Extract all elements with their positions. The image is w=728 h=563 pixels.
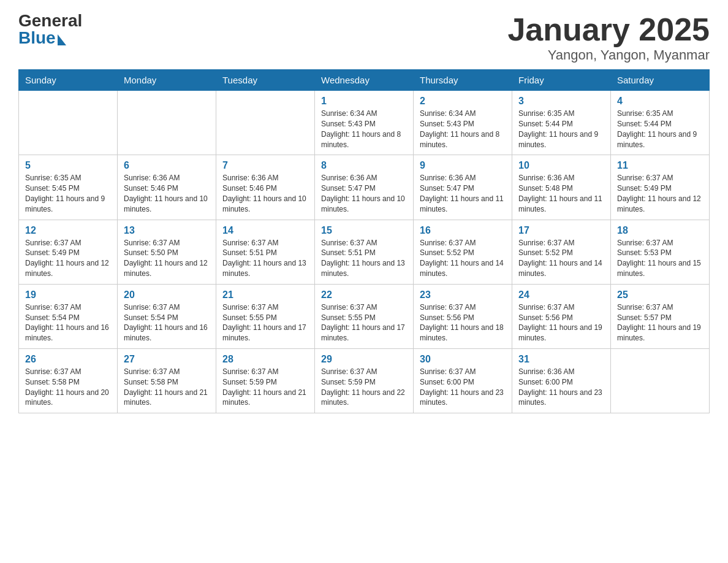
calendar-cell bbox=[216, 91, 315, 155]
calendar-cell: 29Sunrise: 6:37 AM Sunset: 5:59 PM Dayli… bbox=[315, 348, 414, 413]
calendar-cell: 22Sunrise: 6:37 AM Sunset: 5:55 PM Dayli… bbox=[315, 284, 414, 348]
calendar-cell: 10Sunrise: 6:36 AM Sunset: 5:48 PM Dayli… bbox=[512, 155, 611, 220]
day-number: 11 bbox=[617, 160, 703, 171]
day-number: 24 bbox=[518, 289, 604, 301]
day-info: Sunrise: 6:37 AM Sunset: 5:50 PM Dayligh… bbox=[124, 238, 210, 279]
day-info: Sunrise: 6:35 AM Sunset: 5:44 PM Dayligh… bbox=[518, 109, 604, 150]
day-number: 14 bbox=[222, 225, 308, 236]
calendar-cell: 7Sunrise: 6:36 AM Sunset: 5:46 PM Daylig… bbox=[216, 155, 315, 220]
calendar-cell: 15Sunrise: 6:37 AM Sunset: 5:51 PM Dayli… bbox=[315, 220, 414, 284]
calendar-cell: 28Sunrise: 6:37 AM Sunset: 5:59 PM Dayli… bbox=[216, 348, 315, 413]
day-number: 7 bbox=[222, 160, 308, 171]
day-number: 30 bbox=[420, 354, 506, 365]
day-info: Sunrise: 6:35 AM Sunset: 5:44 PM Dayligh… bbox=[617, 109, 703, 150]
calendar-cell: 8Sunrise: 6:36 AM Sunset: 5:47 PM Daylig… bbox=[315, 155, 414, 220]
calendar-cell: 17Sunrise: 6:37 AM Sunset: 5:52 PM Dayli… bbox=[512, 220, 611, 284]
day-number: 2 bbox=[420, 96, 506, 107]
day-number: 4 bbox=[617, 96, 703, 107]
calendar-cell: 2Sunrise: 6:34 AM Sunset: 5:43 PM Daylig… bbox=[414, 91, 512, 155]
day-number: 16 bbox=[420, 225, 506, 236]
col-header-sunday: Sunday bbox=[19, 70, 118, 91]
calendar-cell bbox=[118, 91, 216, 155]
day-info: Sunrise: 6:36 AM Sunset: 5:46 PM Dayligh… bbox=[124, 173, 210, 214]
location: Yangon, Yangon, Myanmar bbox=[507, 47, 710, 63]
logo-arrow-icon bbox=[58, 34, 66, 45]
day-info: Sunrise: 6:36 AM Sunset: 6:00 PM Dayligh… bbox=[518, 367, 604, 408]
logo: General Blue bbox=[18, 12, 82, 47]
day-number: 23 bbox=[420, 289, 506, 301]
col-header-thursday: Thursday bbox=[414, 70, 512, 91]
day-info: Sunrise: 6:36 AM Sunset: 5:46 PM Dayligh… bbox=[222, 173, 308, 214]
month-title: January 2025 bbox=[507, 12, 710, 47]
day-info: Sunrise: 6:37 AM Sunset: 5:51 PM Dayligh… bbox=[321, 238, 407, 279]
day-info: Sunrise: 6:37 AM Sunset: 6:00 PM Dayligh… bbox=[420, 367, 506, 408]
week-row-4: 19Sunrise: 6:37 AM Sunset: 5:54 PM Dayli… bbox=[19, 284, 710, 348]
calendar-cell: 31Sunrise: 6:36 AM Sunset: 6:00 PM Dayli… bbox=[512, 348, 611, 413]
calendar-cell: 4Sunrise: 6:35 AM Sunset: 5:44 PM Daylig… bbox=[611, 91, 710, 155]
day-info: Sunrise: 6:37 AM Sunset: 5:55 PM Dayligh… bbox=[222, 302, 308, 343]
day-number: 31 bbox=[518, 354, 604, 365]
day-number: 28 bbox=[222, 354, 308, 365]
day-number: 6 bbox=[124, 160, 210, 171]
calendar-cell: 13Sunrise: 6:37 AM Sunset: 5:50 PM Dayli… bbox=[118, 220, 216, 284]
calendar-cell: 11Sunrise: 6:37 AM Sunset: 5:49 PM Dayli… bbox=[611, 155, 710, 220]
week-row-1: 1Sunrise: 6:34 AM Sunset: 5:43 PM Daylig… bbox=[19, 91, 710, 155]
day-info: Sunrise: 6:37 AM Sunset: 5:58 PM Dayligh… bbox=[25, 367, 111, 408]
day-info: Sunrise: 6:37 AM Sunset: 5:58 PM Dayligh… bbox=[124, 367, 210, 408]
week-row-5: 26Sunrise: 6:37 AM Sunset: 5:58 PM Dayli… bbox=[19, 348, 710, 413]
calendar-table: SundayMondayTuesdayWednesdayThursdayFrid… bbox=[18, 69, 710, 413]
calendar-cell: 23Sunrise: 6:37 AM Sunset: 5:56 PM Dayli… bbox=[414, 284, 512, 348]
day-info: Sunrise: 6:37 AM Sunset: 5:49 PM Dayligh… bbox=[25, 238, 111, 279]
day-info: Sunrise: 6:37 AM Sunset: 5:57 PM Dayligh… bbox=[617, 302, 703, 343]
day-number: 5 bbox=[25, 160, 111, 171]
col-header-saturday: Saturday bbox=[611, 70, 710, 91]
day-number: 10 bbox=[518, 160, 604, 171]
calendar-cell: 14Sunrise: 6:37 AM Sunset: 5:51 PM Dayli… bbox=[216, 220, 315, 284]
calendar-cell: 26Sunrise: 6:37 AM Sunset: 5:58 PM Dayli… bbox=[19, 348, 118, 413]
calendar-cell bbox=[19, 91, 118, 155]
logo-blue: Blue bbox=[18, 29, 82, 47]
calendar-cell: 6Sunrise: 6:36 AM Sunset: 5:46 PM Daylig… bbox=[118, 155, 216, 220]
calendar-cell: 3Sunrise: 6:35 AM Sunset: 5:44 PM Daylig… bbox=[512, 91, 611, 155]
calendar-cell: 24Sunrise: 6:37 AM Sunset: 5:56 PM Dayli… bbox=[512, 284, 611, 348]
logo-general: General bbox=[18, 12, 82, 29]
calendar-cell: 25Sunrise: 6:37 AM Sunset: 5:57 PM Dayli… bbox=[611, 284, 710, 348]
calendar-cell: 18Sunrise: 6:37 AM Sunset: 5:53 PM Dayli… bbox=[611, 220, 710, 284]
week-row-2: 5Sunrise: 6:35 AM Sunset: 5:45 PM Daylig… bbox=[19, 155, 710, 220]
day-info: Sunrise: 6:36 AM Sunset: 5:47 PM Dayligh… bbox=[321, 173, 407, 214]
day-info: Sunrise: 6:37 AM Sunset: 5:59 PM Dayligh… bbox=[321, 367, 407, 408]
day-info: Sunrise: 6:37 AM Sunset: 5:56 PM Dayligh… bbox=[420, 302, 506, 343]
day-number: 22 bbox=[321, 289, 407, 301]
day-info: Sunrise: 6:37 AM Sunset: 5:52 PM Dayligh… bbox=[518, 238, 604, 279]
day-info: Sunrise: 6:34 AM Sunset: 5:43 PM Dayligh… bbox=[420, 109, 506, 150]
calendar-cell: 16Sunrise: 6:37 AM Sunset: 5:52 PM Dayli… bbox=[414, 220, 512, 284]
day-number: 18 bbox=[617, 225, 703, 236]
page-header: General Blue January 2025 Yangon, Yangon… bbox=[18, 12, 710, 63]
day-info: Sunrise: 6:36 AM Sunset: 5:47 PM Dayligh… bbox=[420, 173, 506, 214]
day-number: 19 bbox=[25, 289, 111, 301]
day-number: 9 bbox=[420, 160, 506, 171]
col-header-wednesday: Wednesday bbox=[315, 70, 414, 91]
day-number: 8 bbox=[321, 160, 407, 171]
day-number: 15 bbox=[321, 225, 407, 236]
day-info: Sunrise: 6:34 AM Sunset: 5:43 PM Dayligh… bbox=[321, 109, 407, 150]
calendar-cell: 30Sunrise: 6:37 AM Sunset: 6:00 PM Dayli… bbox=[414, 348, 512, 413]
calendar-cell: 27Sunrise: 6:37 AM Sunset: 5:58 PM Dayli… bbox=[118, 348, 216, 413]
day-info: Sunrise: 6:37 AM Sunset: 5:51 PM Dayligh… bbox=[222, 238, 308, 279]
day-number: 12 bbox=[25, 225, 111, 236]
day-info: Sunrise: 6:37 AM Sunset: 5:53 PM Dayligh… bbox=[617, 238, 703, 279]
day-number: 21 bbox=[222, 289, 308, 301]
day-number: 3 bbox=[518, 96, 604, 107]
calendar-cell: 12Sunrise: 6:37 AM Sunset: 5:49 PM Dayli… bbox=[19, 220, 118, 284]
day-number: 17 bbox=[518, 225, 604, 236]
week-row-3: 12Sunrise: 6:37 AM Sunset: 5:49 PM Dayli… bbox=[19, 220, 710, 284]
day-info: Sunrise: 6:37 AM Sunset: 5:55 PM Dayligh… bbox=[321, 302, 407, 343]
day-number: 25 bbox=[617, 289, 703, 301]
day-number: 1 bbox=[321, 96, 407, 107]
day-number: 27 bbox=[124, 354, 210, 365]
day-info: Sunrise: 6:36 AM Sunset: 5:48 PM Dayligh… bbox=[518, 173, 604, 214]
day-info: Sunrise: 6:37 AM Sunset: 5:52 PM Dayligh… bbox=[420, 238, 506, 279]
day-info: Sunrise: 6:37 AM Sunset: 5:49 PM Dayligh… bbox=[617, 173, 703, 214]
col-header-tuesday: Tuesday bbox=[216, 70, 315, 91]
calendar-cell: 9Sunrise: 6:36 AM Sunset: 5:47 PM Daylig… bbox=[414, 155, 512, 220]
